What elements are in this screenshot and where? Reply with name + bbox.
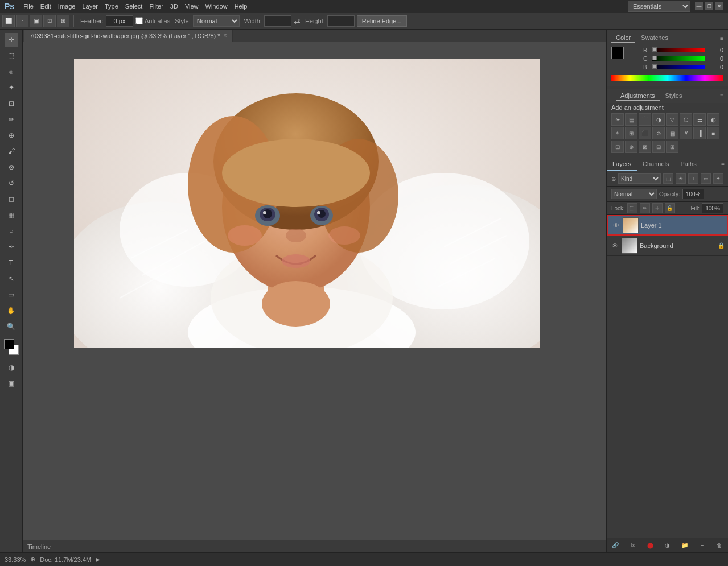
adj-threshold-icon[interactable]: ⊻ — [680, 127, 692, 139]
style-select[interactable]: Normal Fixed Ratio Fixed Size — [193, 15, 240, 27]
marquee-rect-tool[interactable]: ⬜ — [2, 15, 15, 27]
menu-type[interactable]: Type — [105, 3, 118, 10]
tab-swatches[interactable]: Swatches — [636, 33, 673, 43]
layers-panel-menu[interactable]: ≡ — [718, 159, 728, 170]
adj-photofilter-icon[interactable]: ⌖ — [611, 127, 624, 139]
window-controls[interactable]: — ❐ ✕ — [695, 2, 723, 10]
adj-posterize-icon[interactable]: ▦ — [666, 127, 678, 139]
maximize-button[interactable]: ❐ — [705, 2, 713, 10]
menu-help[interactable]: Help — [235, 3, 248, 10]
adj-brightness-icon[interactable]: ☀ — [611, 113, 624, 126]
fill-input[interactable] — [702, 203, 723, 213]
gradient-tool[interactable]: ▦ — [5, 208, 18, 222]
move-tool[interactable]: ✛ — [5, 33, 18, 47]
minimize-button[interactable]: — — [695, 2, 703, 10]
tab-paths[interactable]: Paths — [675, 158, 702, 171]
menu-edit[interactable]: Edit — [40, 3, 51, 10]
green-slider[interactable] — [652, 56, 705, 61]
red-slider[interactable] — [652, 48, 705, 52]
blue-slider[interactable] — [652, 65, 705, 69]
history-brush-tool[interactable]: ↺ — [5, 176, 18, 190]
menu-window[interactable]: Window — [205, 3, 228, 10]
adj-extra2-icon[interactable]: ⊠ — [639, 141, 651, 153]
delete-layer-btn[interactable]: 🗑 — [714, 540, 725, 551]
color-preview[interactable] — [611, 47, 624, 59]
layer-item-background[interactable]: 👁 Background 🔒 — [607, 236, 728, 256]
quick-mask-mode[interactable]: ◑ — [5, 361, 18, 374]
status-arrow-btn[interactable]: ▶ — [96, 556, 100, 563]
adj-extra1-icon[interactable]: ⊛ — [625, 141, 637, 153]
magic-wand-tool[interactable]: ✦ — [5, 81, 18, 94]
color-boxes[interactable] — [3, 339, 20, 355]
refine-edge-button[interactable]: Refine Edge... — [357, 15, 407, 27]
tab-channels[interactable]: Channels — [637, 158, 674, 171]
menu-filter[interactable]: Filter — [149, 3, 163, 10]
status-icon-btn[interactable]: ⊕ — [30, 556, 35, 563]
rectangular-marquee-tool[interactable]: ⬚ — [5, 49, 18, 63]
adj-exposure-icon[interactable]: ◑ — [652, 113, 665, 126]
tab-styles[interactable]: Styles — [661, 91, 687, 101]
swap-icon[interactable]: ⇄ — [294, 16, 301, 26]
adj-colorlookup-icon[interactable]: ⬛ — [639, 127, 651, 139]
tool-option-2[interactable]: ▣ — [30, 15, 42, 27]
menu-layer[interactable]: Layer — [82, 3, 98, 10]
layers-kind-select[interactable]: Kind — [618, 173, 661, 184]
path-selection-tool[interactable]: ↖ — [5, 272, 18, 286]
layer-item-layer1[interactable]: 👁 Layer 1 — [607, 215, 728, 236]
spot-heal-tool[interactable]: ⊕ — [5, 129, 18, 142]
adj-bw-icon[interactable]: ◐ — [707, 113, 719, 126]
adj-panel-menu[interactable]: ≡ — [720, 93, 723, 99]
clone-stamp-tool[interactable]: ⊗ — [5, 160, 18, 174]
close-button[interactable]: ✕ — [715, 2, 723, 10]
background-visibility-toggle[interactable]: 👁 — [610, 241, 619, 250]
menu-select[interactable]: Select — [125, 3, 143, 10]
pen-tool[interactable]: ✒ — [5, 240, 18, 254]
tab-layers[interactable]: Layers — [607, 158, 637, 171]
tool-option-3[interactable]: ⊡ — [43, 15, 56, 27]
eyedropper-tool[interactable]: ✏ — [5, 113, 18, 126]
layer-group-btn[interactable]: 📁 — [679, 540, 690, 551]
dodge-tool[interactable]: ○ — [5, 224, 18, 238]
eraser-tool[interactable]: ◻ — [5, 192, 18, 206]
filter-shape-icon[interactable]: ▭ — [701, 173, 711, 184]
marquee-options[interactable]: ⋮ — [16, 15, 28, 27]
adj-gradient-icon[interactable]: ▐ — [693, 127, 706, 139]
layer1-visibility-toggle[interactable]: 👁 — [611, 221, 620, 230]
adj-invert-icon[interactable]: ⊘ — [652, 127, 665, 139]
feather-input[interactable] — [106, 15, 133, 27]
tool-option-4[interactable]: ⊞ — [57, 15, 69, 27]
canvas-tab-main[interactable]: 7039381-cute-little-girl-hd-wallpaper.jp… — [24, 30, 233, 42]
menu-file[interactable]: File — [23, 3, 34, 10]
adj-curves-icon[interactable]: ⌒ — [639, 113, 651, 126]
new-layer-btn[interactable]: + — [696, 540, 708, 551]
lock-pixels-btn[interactable]: ✏ — [640, 203, 650, 213]
adj-solidcolor-icon[interactable]: ■ — [707, 127, 719, 139]
menu-image[interactable]: Image — [58, 3, 76, 10]
layer-link-btn[interactable]: 🔗 — [610, 540, 621, 551]
layer-mask-btn[interactable]: ⬤ — [644, 540, 656, 551]
adj-levels-icon[interactable]: ▤ — [625, 113, 637, 126]
blend-mode-select[interactable]: Normal Dissolve Multiply Screen — [611, 189, 657, 199]
filter-pixel-icon[interactable]: ⬚ — [663, 173, 673, 184]
lasso-tool[interactable]: ⌾ — [5, 65, 18, 79]
hand-tool[interactable]: ✋ — [5, 304, 18, 317]
antialias-checkbox[interactable] — [135, 17, 143, 24]
workspace-selector[interactable]: Essentials — [628, 1, 690, 12]
width-input[interactable] — [264, 15, 291, 27]
brush-tool[interactable]: 🖌 — [5, 144, 18, 158]
screen-mode[interactable]: ▣ — [5, 377, 18, 390]
adj-channelmixer-icon[interactable]: ⊞ — [625, 127, 637, 139]
adj-extra4-icon[interactable]: ⊞ — [666, 141, 678, 153]
adj-extra3-icon[interactable]: ⊟ — [652, 141, 665, 153]
lock-position-btn[interactable]: ✛ — [652, 203, 663, 213]
adj-vibrance-icon[interactable]: ▽ — [666, 113, 678, 126]
lock-all-btn[interactable]: 🔒 — [665, 203, 675, 213]
text-tool[interactable]: T — [5, 256, 18, 270]
crop-tool[interactable]: ⊡ — [5, 97, 18, 110]
zoom-tool[interactable]: 🔍 — [5, 320, 18, 333]
adj-hsl-icon[interactable]: ⬡ — [680, 113, 692, 126]
lock-transparent-btn[interactable]: ⬚ — [627, 203, 637, 213]
layer-adjustment-btn[interactable]: ◑ — [661, 540, 673, 551]
menu-view[interactable]: View — [185, 3, 199, 10]
color-panel-menu[interactable]: ≡ — [720, 35, 723, 42]
